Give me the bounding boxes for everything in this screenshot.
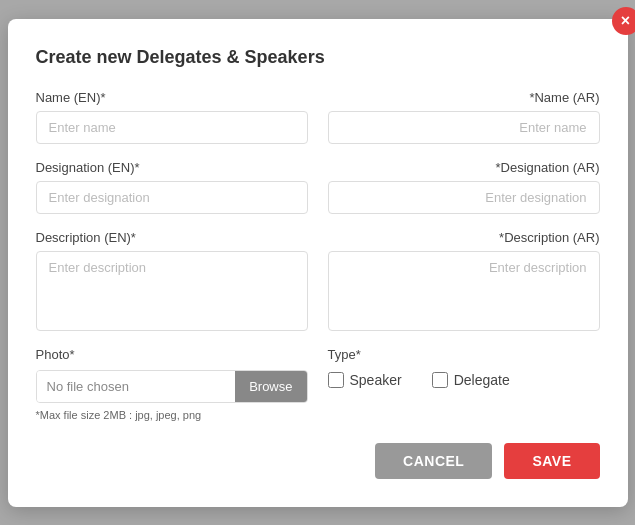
description-ar-group: *Description (AR) (328, 230, 600, 331)
file-input-wrapper: No file chosen Browse (36, 370, 308, 403)
speaker-option[interactable]: Speaker (328, 372, 402, 388)
photo-section: Photo* No file chosen Browse *Max file s… (36, 347, 308, 421)
save-button[interactable]: SAVE (504, 443, 599, 479)
close-button[interactable]: × (612, 7, 636, 35)
modal-title: Create new Delegates & Speakers (36, 47, 600, 68)
description-en-label: Description (EN)* (36, 230, 308, 245)
description-row: Description (EN)* *Description (AR) (36, 230, 600, 331)
designation-en-label: Designation (EN)* (36, 160, 308, 175)
type-section: Type* Speaker Delegate (328, 347, 600, 388)
browse-button[interactable]: Browse (235, 371, 306, 402)
description-ar-input[interactable] (328, 251, 600, 331)
delegate-checkbox[interactable] (432, 372, 448, 388)
designation-en-group: Designation (EN)* (36, 160, 308, 214)
type-label: Type* (328, 347, 600, 362)
bottom-section: Photo* No file chosen Browse *Max file s… (36, 347, 600, 421)
speaker-checkbox[interactable] (328, 372, 344, 388)
designation-ar-input[interactable] (328, 181, 600, 214)
name-ar-group: *Name (AR) (328, 90, 600, 144)
modal-overlay: × Create new Delegates & Speakers Name (… (0, 0, 635, 525)
description-en-input[interactable] (36, 251, 308, 331)
name-en-label: Name (EN)* (36, 90, 308, 105)
name-row: Name (EN)* *Name (AR) (36, 90, 600, 144)
modal-dialog: × Create new Delegates & Speakers Name (… (8, 19, 628, 507)
file-chosen-text: No file chosen (37, 371, 236, 402)
designation-row: Designation (EN)* *Designation (AR) (36, 160, 600, 214)
delegate-label: Delegate (454, 372, 510, 388)
designation-en-input[interactable] (36, 181, 308, 214)
name-en-input[interactable] (36, 111, 308, 144)
name-ar-input[interactable] (328, 111, 600, 144)
type-options: Speaker Delegate (328, 372, 600, 388)
description-en-group: Description (EN)* (36, 230, 308, 331)
action-buttons: CANCEL SAVE (36, 443, 600, 479)
cancel-button[interactable]: CANCEL (375, 443, 492, 479)
name-ar-label: *Name (AR) (328, 90, 600, 105)
file-max-size-text: *Max file size 2MB : jpg, jpeg, png (36, 409, 308, 421)
description-ar-label: *Description (AR) (328, 230, 600, 245)
name-en-group: Name (EN)* (36, 90, 308, 144)
speaker-label: Speaker (350, 372, 402, 388)
delegate-option[interactable]: Delegate (432, 372, 510, 388)
designation-ar-group: *Designation (AR) (328, 160, 600, 214)
designation-ar-label: *Designation (AR) (328, 160, 600, 175)
photo-label: Photo* (36, 347, 308, 362)
